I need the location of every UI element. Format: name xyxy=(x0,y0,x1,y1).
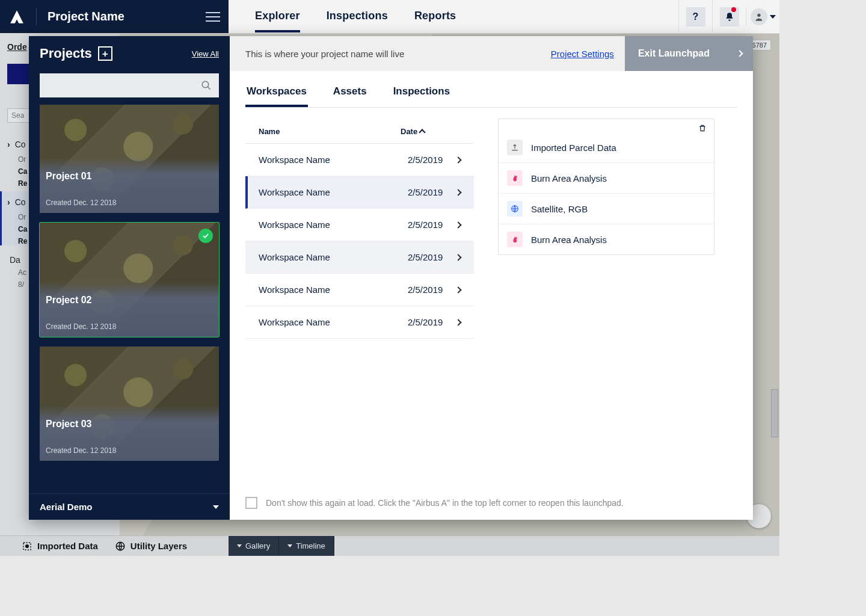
project-card-name: Project 02 xyxy=(46,295,213,306)
launchpad-banner: This is where your project name will liv… xyxy=(230,36,753,71)
workspace-date: 2/5/2019 xyxy=(408,155,456,165)
layer-row[interactable]: Imported Parcel Data xyxy=(499,137,714,162)
help-button[interactable]: ? xyxy=(678,0,712,34)
projects-sidebar: Projects + View All Project 01Created De… xyxy=(29,36,230,520)
topbar-left: Project Name xyxy=(0,0,229,33)
project-name: Project Name xyxy=(48,10,195,23)
col-name[interactable]: Name xyxy=(259,127,401,136)
sidebar-header: Projects + View All xyxy=(29,36,230,67)
footer-hint: Don't show this again at load. Click the… xyxy=(266,498,624,508)
svg-line-5 xyxy=(207,87,210,90)
layer-row[interactable]: Burn Area Analysis xyxy=(499,224,714,254)
workspace-table: Name Date Workspace Name2/5/2019Workspac… xyxy=(245,119,474,339)
workspace-name: Workspace Name xyxy=(259,220,408,230)
svg-point-4 xyxy=(202,81,209,88)
project-card-name: Project 01 xyxy=(46,171,213,182)
help-icon: ? xyxy=(686,7,705,26)
notification-dot-icon xyxy=(731,7,736,12)
workspace-date: 2/5/2019 xyxy=(408,252,456,262)
workspace-date: 2/5/2019 xyxy=(408,285,456,295)
table-row[interactable]: Workspace Name2/5/2019 xyxy=(245,274,474,306)
chevron-right-icon xyxy=(455,319,461,325)
divider xyxy=(36,8,37,26)
launchpad-footer: Don't show this again at load. Click the… xyxy=(245,497,737,509)
layer-label: Burn Area Analysis xyxy=(531,235,607,245)
search-icon xyxy=(201,80,212,91)
hamburger-icon[interactable] xyxy=(206,10,220,24)
workspace-name: Workspace Name xyxy=(259,317,408,327)
layer-row[interactable]: Satellite, RGB xyxy=(499,193,714,224)
workspace-name: Workspace Name xyxy=(259,187,408,197)
project-card-date: Created Dec. 12 2018 xyxy=(46,446,213,455)
trash-icon[interactable] xyxy=(698,124,707,132)
launchpad-content: Name Date Workspace Name2/5/2019Workspac… xyxy=(245,108,737,339)
table-row[interactable]: Workspace Name2/5/2019 xyxy=(245,241,474,274)
project-card[interactable]: Project 03Created Dec. 12 2018 xyxy=(40,346,219,461)
workspace-date: 2/5/2019 xyxy=(408,317,456,327)
layer-label: Imported Parcel Data xyxy=(531,143,616,153)
table-row[interactable]: Workspace Name2/5/2019 xyxy=(245,176,474,209)
chevron-right-icon xyxy=(455,254,461,260)
project-card[interactable]: Project 01Created Dec. 12 2018 xyxy=(40,105,219,213)
tab-workspaces[interactable]: Workspaces xyxy=(245,79,308,107)
project-card-name: Project 03 xyxy=(46,419,213,430)
topbar: Project Name Explorer Inspections Report… xyxy=(0,0,779,34)
main-tabs: Workspaces Assets Inspections xyxy=(245,79,737,108)
view-all-link[interactable]: View All xyxy=(192,49,219,58)
chevron-right-icon xyxy=(736,50,743,57)
project-card-date: Created Dec. 12 2018 xyxy=(46,322,213,331)
sort-asc-icon xyxy=(419,129,426,135)
sidebar-footer-label: Aerial Demo xyxy=(40,502,93,512)
tab-assets[interactable]: Assets xyxy=(332,79,368,107)
sidebar-footer[interactable]: Aerial Demo xyxy=(29,493,230,520)
launchpad-body: Workspaces Assets Inspections Name Date … xyxy=(230,71,753,520)
launchpad-main: This is where your project name will liv… xyxy=(230,36,753,520)
project-search-input[interactable] xyxy=(40,73,219,97)
layer-panel: Imported Parcel DataBurn Area AnalysisSa… xyxy=(498,119,714,255)
chevron-down-icon xyxy=(213,505,219,509)
burn-icon xyxy=(507,170,523,186)
workspace-name: Workspace Name xyxy=(259,285,408,295)
burn-icon xyxy=(507,232,523,247)
project-card[interactable]: Project 02Created Dec. 12 2018 xyxy=(40,223,219,337)
topbar-tabs: Explorer Inspections Reports xyxy=(229,0,678,33)
project-card-date: Created Dec. 12 2018 xyxy=(46,199,213,207)
app-logo-icon[interactable] xyxy=(8,8,25,25)
launchpad-modal: Projects + View All Project 01Created De… xyxy=(29,36,753,520)
layer-label: Burn Area Analysis xyxy=(531,173,607,183)
notifications-button[interactable] xyxy=(712,0,746,34)
upload-icon xyxy=(507,140,523,155)
tab-reports[interactable]: Reports xyxy=(414,1,456,32)
chevron-right-icon xyxy=(455,156,461,163)
tab-inspections[interactable]: Inspections xyxy=(327,1,388,32)
check-icon xyxy=(198,229,213,243)
table-row[interactable]: Workspace Name2/5/2019 xyxy=(245,144,474,176)
add-project-button[interactable]: + xyxy=(98,46,112,61)
tab-explorer[interactable]: Explorer xyxy=(255,1,300,32)
workspace-date: 2/5/2019 xyxy=(408,187,456,197)
sidebar-title: Projects xyxy=(40,46,92,61)
user-menu[interactable] xyxy=(746,8,779,25)
svg-point-8 xyxy=(516,238,517,239)
project-cards: Project 01Created Dec. 12 2018 Project 0… xyxy=(29,105,230,493)
svg-point-0 xyxy=(757,13,760,16)
table-row[interactable]: Workspace Name2/5/2019 xyxy=(245,209,474,241)
chevron-down-icon xyxy=(770,15,776,19)
exit-launchpad-label: Exit Launchpad xyxy=(638,48,710,59)
col-date[interactable]: Date xyxy=(401,127,461,136)
topbar-right: ? xyxy=(678,0,779,33)
table-row[interactable]: Workspace Name2/5/2019 xyxy=(245,306,474,339)
exit-launchpad-button[interactable]: Exit Launchpad xyxy=(625,36,753,71)
workspace-date: 2/5/2019 xyxy=(408,220,456,230)
avatar-icon xyxy=(751,8,767,25)
banner-message: This is where your project name will liv… xyxy=(245,49,404,59)
chevron-right-icon xyxy=(455,189,461,196)
workspace-name: Workspace Name xyxy=(259,252,408,262)
project-settings-link[interactable]: Project Settings xyxy=(540,36,625,71)
dont-show-checkbox[interactable] xyxy=(245,497,257,509)
sat-icon xyxy=(507,201,523,217)
workspace-name: Workspace Name xyxy=(259,155,408,165)
layer-row[interactable]: Burn Area Analysis xyxy=(499,162,714,193)
tab-inspections-lp[interactable]: Inspections xyxy=(392,79,451,107)
svg-point-6 xyxy=(516,176,517,177)
